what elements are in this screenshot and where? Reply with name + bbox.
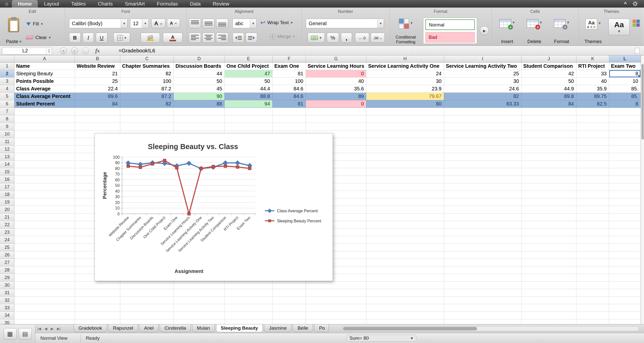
align-right-button[interactable]	[216, 33, 228, 43]
cell-F4[interactable]: 84.6	[273, 85, 306, 93]
cell-I4[interactable]: 24.6	[444, 85, 521, 93]
cell-J6[interactable]: 84	[521, 100, 576, 108]
cell-G6[interactable]: 0	[306, 100, 366, 108]
cell-K17[interactable]	[576, 183, 609, 191]
cell-I34[interactable]	[444, 312, 521, 319]
row-header-28[interactable]: 28	[0, 266, 14, 274]
cell-F30[interactable]	[273, 282, 306, 289]
align-left-button[interactable]	[189, 33, 201, 43]
cell-A6[interactable]: Student Percent	[14, 100, 75, 108]
cell-J23[interactable]	[521, 229, 576, 236]
sheet-tab-jasmine[interactable]: Jasmine	[264, 324, 291, 332]
cell-G7[interactable]	[306, 108, 366, 115]
cell-E3[interactable]: 50	[225, 78, 273, 85]
cell-I32[interactable]	[444, 297, 521, 304]
cell-K7[interactable]	[576, 108, 609, 115]
cell-K18[interactable]	[576, 191, 609, 198]
cell-L28[interactable]	[609, 266, 641, 274]
row-header-35[interactable]: 35	[0, 319, 14, 324]
cell-J9[interactable]	[521, 123, 576, 130]
cell-H15[interactable]	[366, 168, 444, 176]
cell-D32[interactable]	[174, 297, 225, 304]
cell-L14[interactable]	[609, 161, 641, 168]
cell-I20[interactable]	[444, 206, 521, 214]
row-header-15[interactable]: 15	[0, 168, 14, 176]
cell-E31[interactable]	[225, 289, 273, 297]
cell-A2[interactable]: Sleeping Beauty	[14, 70, 75, 78]
cell-L13[interactable]	[609, 153, 641, 161]
cell-C8[interactable]	[120, 115, 174, 123]
italic-button[interactable]: I	[83, 33, 94, 43]
cell-E2[interactable]: 47	[225, 70, 273, 78]
conditional-formatting-button[interactable]: ▾ Conditional Formatting	[392, 17, 420, 44]
decrease-indent-button[interactable]	[232, 33, 244, 43]
cell-A3[interactable]: Points Possible	[14, 78, 75, 85]
cell-I31[interactable]	[444, 289, 521, 297]
cell-A30[interactable]	[14, 282, 75, 289]
cell-J12[interactable]	[521, 146, 576, 153]
row-header-20[interactable]: 20	[0, 206, 14, 214]
fill-button[interactable]: Fill ▾	[26, 20, 43, 28]
first-sheet-button[interactable]: |◀	[37, 326, 41, 331]
themes-button[interactable]: Aa ▾ Themes	[581, 17, 605, 44]
cell-A15[interactable]	[14, 168, 75, 176]
row-header-7[interactable]: 7	[0, 108, 14, 115]
cell-H10[interactable]	[366, 130, 444, 138]
cell-K23[interactable]	[576, 229, 609, 236]
cell-I16[interactable]	[444, 176, 521, 183]
cell-I5[interactable]: 82	[444, 93, 521, 100]
sheet-tab-belle[interactable]: Belle	[293, 324, 313, 332]
cell-J32[interactable]	[521, 297, 576, 304]
cell-H33[interactable]	[366, 304, 444, 312]
cell-L26[interactable]	[609, 251, 641, 259]
row-header-27[interactable]: 27	[0, 259, 14, 266]
cell-L12[interactable]	[609, 146, 641, 153]
cell-D9[interactable]	[174, 123, 225, 130]
cell-H35[interactable]	[366, 319, 444, 324]
cell-style-bad[interactable]: Bad	[425, 32, 475, 43]
format-cells-button[interactable]: ≡ ▾ Format	[549, 17, 574, 44]
cell-G30[interactable]	[306, 282, 366, 289]
cell-K22[interactable]	[576, 221, 609, 229]
cell-E8[interactable]	[225, 115, 273, 123]
cell-H32[interactable]	[366, 297, 444, 304]
cell-E32[interactable]	[225, 297, 273, 304]
cell-A1[interactable]: Name	[14, 62, 75, 70]
cell-I27[interactable]	[444, 259, 521, 266]
align-center-button[interactable]	[202, 33, 215, 43]
cell-B6[interactable]: 84	[75, 100, 120, 108]
cell-A24[interactable]	[14, 236, 75, 244]
cell-I25[interactable]	[444, 244, 521, 251]
ribbon-tab-layout[interactable]: Layout	[38, 0, 65, 8]
cell-K13[interactable]	[576, 153, 609, 161]
sheet-tab-sleeping-beauty[interactable]: Sleeping Beauty	[216, 324, 263, 332]
cell-L21[interactable]	[609, 214, 641, 221]
cell-L30[interactable]	[609, 282, 641, 289]
cell-A32[interactable]	[14, 297, 75, 304]
ribbon-tab-smartart[interactable]: SmartArt	[119, 0, 151, 8]
cell-A8[interactable]	[14, 115, 75, 123]
row-header-3[interactable]: 3	[0, 78, 14, 85]
cell-H2[interactable]: 24	[366, 70, 444, 78]
cell-L3[interactable]: 10	[609, 78, 641, 85]
cell-B34[interactable]	[75, 312, 120, 319]
row-header-22[interactable]: 22	[0, 221, 14, 229]
column-header-D[interactable]: D	[174, 55, 225, 62]
cell-H13[interactable]	[366, 153, 444, 161]
sheet-tab-rapunzel[interactable]: Rapunzel	[108, 324, 138, 332]
cell-I1[interactable]: Service Learning Activity Two	[444, 62, 521, 70]
cell-L15[interactable]	[609, 168, 641, 176]
cell-J1[interactable]: Student Comparison	[521, 62, 576, 70]
cell-A14[interactable]	[14, 161, 75, 168]
row-header-25[interactable]: 25	[0, 244, 14, 251]
ribbon-tab-data[interactable]: Data	[184, 0, 207, 8]
cell-I19[interactable]	[444, 198, 521, 206]
cell-H21[interactable]	[366, 214, 444, 221]
embedded-chart[interactable]: 0102030405060708090100Website ReviewChap…	[95, 133, 333, 281]
column-header-J[interactable]: J	[521, 55, 576, 62]
cell-J15[interactable]	[521, 168, 576, 176]
column-header-L[interactable]: L	[609, 55, 641, 62]
cell-I2[interactable]: 25	[444, 70, 521, 78]
cell-G9[interactable]	[306, 123, 366, 130]
currency-format-button[interactable]: ▾	[308, 33, 325, 43]
